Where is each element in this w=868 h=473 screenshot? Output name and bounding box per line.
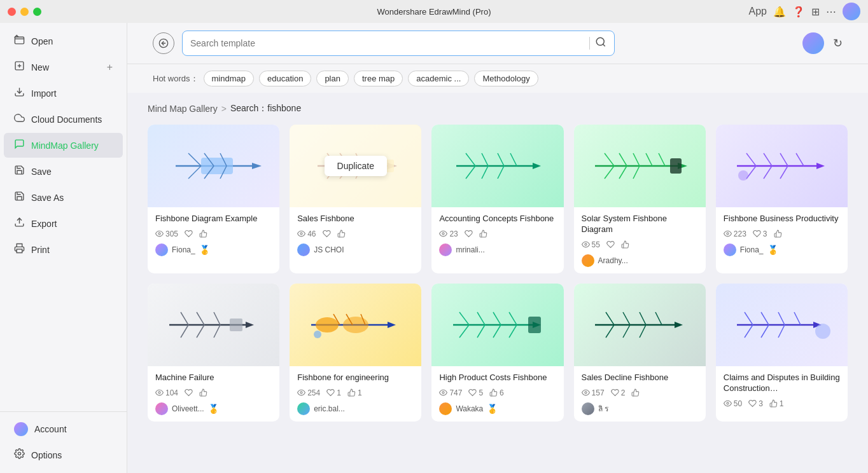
likes-1 <box>185 230 193 238</box>
sidebar-item-options[interactable]: Options <box>4 442 123 467</box>
user-profile-avatar[interactable] <box>802 32 824 54</box>
card-sales-fishbone[interactable]: Duplicate Sales Fishbone 46 <box>290 125 421 273</box>
svg-line-98 <box>606 312 614 325</box>
print-icon <box>14 243 25 256</box>
sidebar-import-label: Import <box>31 88 57 99</box>
card-body-8: High Product Costs Fishbone 747 5 <box>431 366 563 422</box>
account-avatar <box>14 422 28 436</box>
likes-7: 1 <box>326 388 341 397</box>
svg-point-82 <box>314 331 321 338</box>
card-thumb-1 <box>148 125 279 207</box>
author-avatar-8 <box>439 402 452 415</box>
thumbs-2 <box>337 230 346 238</box>
card-solar-system[interactable]: Solar System Fishbone Diagram 55 <box>574 125 706 273</box>
layout-icon[interactable]: ⊞ <box>811 6 820 18</box>
maximize-button[interactable] <box>33 8 41 16</box>
card-body-1: Fishbone Diagram Example 305 <box>148 207 279 263</box>
refresh-icon[interactable]: ↻ <box>833 36 843 50</box>
user-avatar[interactable] <box>843 3 860 20</box>
card-meta-10: 50 3 1 <box>724 399 840 408</box>
sidebar-item-print[interactable]: Print <box>4 237 123 262</box>
card-thumb-6 <box>148 284 279 366</box>
card-fishbone-engineering[interactable]: Fishbone for engineering 254 1 <box>290 284 421 422</box>
sidebar-item-new[interactable]: New + <box>4 55 123 79</box>
app-button[interactable]: App <box>749 6 767 17</box>
author-name-1: Fiona_ <box>172 245 195 254</box>
close-button[interactable] <box>8 8 16 16</box>
card-claims-disputes[interactable]: Claims and Disputes in Building Construc… <box>716 284 848 422</box>
duplicate-button[interactable]: Duplicate <box>325 156 387 176</box>
svg-point-116 <box>727 402 729 404</box>
back-button[interactable] <box>153 32 174 54</box>
views-1: 305 <box>155 230 178 238</box>
svg-line-50 <box>619 166 627 179</box>
svg-marker-76 <box>388 322 396 328</box>
svg-line-113 <box>761 325 769 338</box>
card-grid: Fishbone Diagram Example 305 <box>148 125 848 422</box>
svg-line-112 <box>745 325 753 338</box>
svg-line-93 <box>509 325 517 338</box>
card-author-3: mrinali... <box>439 243 556 256</box>
card-meta-5: 223 3 <box>724 230 840 238</box>
card-body-7: Fishbone for engineering 254 1 <box>290 366 421 422</box>
sidebar-item-open[interactable]: Open <box>4 29 123 53</box>
sidebar-item-save[interactable]: Save <box>4 159 123 184</box>
card-thumb-9 <box>574 284 706 366</box>
sidebar-item-export[interactable]: Export <box>4 211 123 236</box>
card-fishbone-diagram-example[interactable]: Fishbone Diagram Example 305 <box>148 125 279 273</box>
duplicate-overlay: Duplicate <box>290 125 421 207</box>
card-title-5: Fishbone Business Productivity <box>724 214 840 224</box>
svg-line-38 <box>466 166 475 179</box>
author-badge-8: 🥇 <box>487 404 498 414</box>
tag-methodology[interactable]: Methodology <box>474 71 538 86</box>
thumbs-8: 6 <box>489 388 504 397</box>
card-thumb-4 <box>574 125 706 207</box>
tag-treemap[interactable]: tree map <box>354 71 403 86</box>
thumbs-10: 1 <box>769 399 784 408</box>
sidebar-item-import[interactable]: Import <box>4 81 123 106</box>
svg-line-109 <box>761 312 769 325</box>
search-divider <box>589 37 590 50</box>
tag-academic[interactable]: academic ... <box>408 71 469 86</box>
card-accounting-concepts[interactable]: Accounting Concepts Fishbone 23 <box>431 125 563 273</box>
card-thumb-8 <box>431 284 563 366</box>
card-fishbone-productivity[interactable]: Fishbone Business Productivity 223 3 <box>716 125 848 273</box>
svg-line-92 <box>493 325 501 338</box>
card-machine-failure[interactable]: Machine Failure 104 <box>148 284 279 422</box>
card-author-8: Wakaka 🥇 <box>439 402 556 415</box>
breadcrumb-action: Search： <box>230 103 267 113</box>
search-icon[interactable] <box>595 36 606 51</box>
sidebar-options-label: Options <box>31 450 62 460</box>
card-body-6: Machine Failure 104 <box>148 366 279 422</box>
svg-line-34 <box>466 153 475 166</box>
tag-mindmap[interactable]: mindmap <box>204 71 254 86</box>
card-sales-decline[interactable]: Sales Decline Fishbone 157 2 <box>574 284 706 422</box>
card-body-4: Solar System Fishbone Diagram 55 <box>574 207 706 273</box>
tag-plan[interactable]: plan <box>316 71 349 86</box>
sidebar-item-cloud[interactable]: Cloud Documents <box>4 107 123 132</box>
open-icon <box>14 34 25 48</box>
author-avatar-3 <box>439 243 452 256</box>
card-thumb-7 <box>290 284 421 366</box>
notification-icon[interactable]: 🔔 <box>773 6 786 18</box>
card-high-product-costs[interactable]: High Product Costs Fishbone 747 5 <box>431 284 563 422</box>
sidebar-gallery-label: MindMap Gallery <box>31 141 99 151</box>
search-input[interactable] <box>190 38 584 48</box>
svg-rect-0 <box>15 37 24 44</box>
svg-line-58 <box>780 153 788 166</box>
sidebar-item-account[interactable]: Account <box>4 416 123 442</box>
thumbs-4 <box>621 240 629 249</box>
svg-point-95 <box>442 392 444 394</box>
more-icon[interactable]: ⋯ <box>826 6 836 18</box>
tag-education[interactable]: education <box>259 71 311 86</box>
thumbs-6 <box>199 388 207 397</box>
plus-icon[interactable]: + <box>107 62 113 73</box>
card-title-1: Fishbone Diagram Example <box>155 214 272 224</box>
help-icon[interactable]: ❓ <box>792 6 805 18</box>
breadcrumb-home[interactable]: Mind Map Gallery <box>148 104 218 114</box>
svg-line-87 <box>477 312 485 325</box>
minimize-button[interactable] <box>20 8 29 16</box>
sidebar-item-gallery[interactable]: MindMap Gallery <box>4 133 123 158</box>
card-author-1: Fiona_ 🥇 <box>155 243 272 256</box>
sidebar-item-saveas[interactable]: Save As <box>4 185 123 210</box>
